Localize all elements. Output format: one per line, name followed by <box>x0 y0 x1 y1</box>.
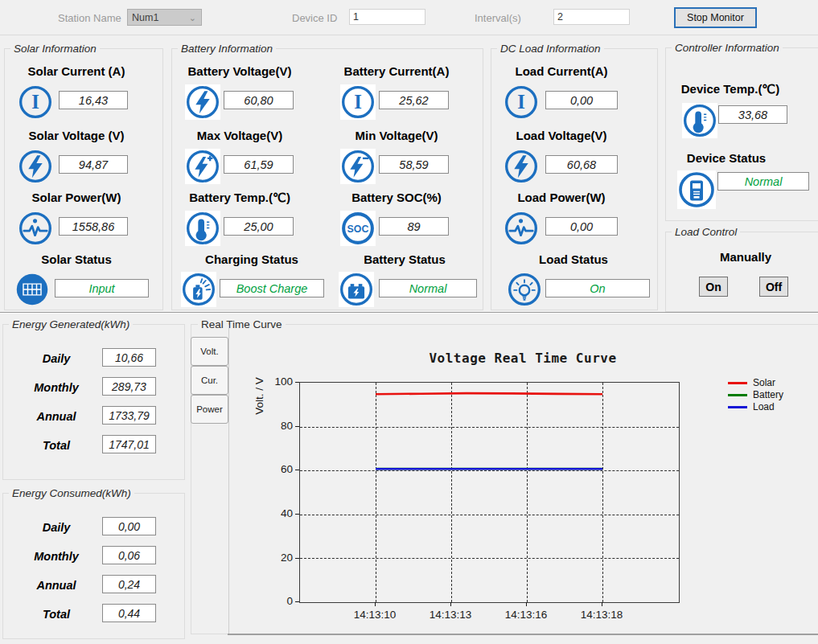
station-name-label: Station Name <box>58 12 121 24</box>
tab-volt[interactable]: Volt. <box>191 337 228 366</box>
energy-consumed-monthly-label: Monthly <box>20 550 92 563</box>
min-voltage-label: Min Voltage(V) <box>332 129 461 142</box>
battery-charging-icon <box>181 272 216 307</box>
thermometer-icon <box>682 103 717 138</box>
thermometer-icon <box>185 211 220 246</box>
power-icon <box>504 211 539 246</box>
interval-input[interactable] <box>553 9 630 25</box>
solar-current-label: Solar Current (A) <box>10 64 142 78</box>
device-id-input[interactable] <box>349 9 425 25</box>
energy-consumed-title: Energy Consumed(kWh) <box>9 487 134 499</box>
device-status-label: Device Status <box>674 151 779 165</box>
energy-generated-daily-label: Daily <box>20 352 92 365</box>
controller-device-icon <box>677 170 716 209</box>
solar-monitor-window: Station Name Num1 ⌄ Device ID Interval(s… <box>0 0 818 644</box>
power-icon <box>18 211 53 246</box>
soc-icon <box>340 211 376 246</box>
current-icon <box>340 84 376 120</box>
min-voltage-value: 58,59 <box>379 155 449 174</box>
energy-consumed-total-value: 0,44 <box>102 604 156 622</box>
max-voltage-value: 61,59 <box>224 155 294 174</box>
voltage-icon <box>504 149 539 184</box>
charging-status-label: Charging Status <box>171 252 332 266</box>
x-tick-label: 14:13:13 <box>422 609 479 621</box>
device-temp-label: Device Temp.(℃) <box>674 82 787 96</box>
device-id-label: Device ID <box>292 12 337 24</box>
dc-load-information-title: DC Load Information <box>497 43 604 55</box>
y-tick-label: 0 <box>265 595 293 607</box>
current-icon <box>18 84 53 120</box>
battery-temp-value: 25,00 <box>224 217 294 236</box>
y-tick-label: 60 <box>265 463 293 475</box>
energy-generated-total-value: 1747,01 <box>102 435 156 453</box>
load-control-mode-label: Manually <box>693 250 798 264</box>
battery-icon <box>339 272 374 307</box>
battery-soc-label: Battery SOC(%) <box>332 191 461 204</box>
energy-generated-daily-value: 10,66 <box>102 348 156 367</box>
controller-information-title: Controller Information <box>672 42 783 54</box>
tabstrip-divider <box>228 325 229 634</box>
device-temp-value: 33,68 <box>718 105 787 124</box>
voltage-minus-icon <box>340 149 376 184</box>
battery-voltage-label: Battery Voltage(V) <box>175 64 304 78</box>
solar-power-label: Solar Power(W) <box>10 191 142 204</box>
energy-generated-monthly-value: 289,73 <box>102 377 156 396</box>
load-status-label: Load Status <box>497 252 650 266</box>
solar-panel-icon <box>14 272 50 307</box>
battery-voltage-value: 60,80 <box>224 91 294 109</box>
x-tick-mark <box>375 602 376 606</box>
device-status-value: Normal <box>717 172 809 191</box>
load-control-panel <box>665 232 818 312</box>
solar-line-swatch <box>728 382 747 384</box>
load-current-value: 0,00 <box>545 91 618 109</box>
solar-voltage-value: 94,87 <box>59 155 128 174</box>
solar-power-value: 1558,86 <box>59 217 128 236</box>
chevron-down-icon: ⌄ <box>189 10 196 26</box>
energy-generated-annual-value: 1733,79 <box>102 406 156 425</box>
y-tick-label: 20 <box>265 552 293 564</box>
load-on-button[interactable]: On <box>699 277 728 297</box>
x-tick-label: 14:13:18 <box>573 609 630 621</box>
energy-generated-total-label: Total <box>20 439 92 452</box>
battery-current-label: Battery Current(A) <box>332 64 461 78</box>
x-tick-mark <box>526 602 527 606</box>
battery-status-label: Battery Status <box>332 252 477 266</box>
battery-current-value: 25,62 <box>379 91 449 109</box>
load-status-value: On <box>545 279 650 297</box>
chart-title: Voltage Real Time Curve <box>370 351 676 366</box>
y-tick-label: 80 <box>265 420 293 432</box>
legend-label: Battery <box>753 389 783 400</box>
max-voltage-label: Max Voltage(V) <box>175 129 304 142</box>
energy-consumed-daily-label: Daily <box>20 521 92 534</box>
plot-area <box>299 382 680 603</box>
stop-monitor-button[interactable]: Stop Monitor <box>674 7 757 28</box>
tab-cur[interactable]: Cur. <box>191 366 228 395</box>
load-power-label: Load Power(W) <box>497 191 626 204</box>
load-voltage-value: 60,68 <box>545 155 618 174</box>
station-name-select[interactable]: Num1 ⌄ <box>127 9 202 26</box>
real-time-curve-title: Real Time Curve <box>198 318 286 330</box>
legend-label: Solar <box>753 377 775 388</box>
toolbar-divider <box>0 35 818 35</box>
energy-consumed-annual-label: Annual <box>20 579 92 592</box>
horizontal-divider-highlight <box>0 313 818 314</box>
station-name-value: Num1 <box>132 12 158 23</box>
solar-status-value: Input <box>55 279 149 297</box>
y-tick-label: 40 <box>265 507 293 519</box>
load-control-title: Load Control <box>672 226 740 238</box>
load-line-swatch <box>728 406 747 408</box>
panel-bottom-edge <box>228 634 818 635</box>
legend-item-solar: Solar <box>728 377 775 388</box>
load-off-button[interactable]: Off <box>759 277 788 297</box>
charging-status-value: Boost Charge <box>220 279 324 297</box>
series-lines <box>300 383 679 602</box>
y-tick-label: 100 <box>265 375 293 388</box>
x-tick-mark <box>602 602 602 606</box>
energy-consumed-monthly-value: 0,06 <box>102 546 156 564</box>
legend-item-battery: Battery <box>728 389 783 400</box>
battery-temp-label: Battery Temp.(℃) <box>175 191 304 205</box>
tab-power[interactable]: Power <box>191 395 228 424</box>
battery-status-value: Normal <box>379 279 477 297</box>
energy-consumed-daily-value: 0,00 <box>102 517 156 535</box>
energy-generated-title: Energy Generated(kWh) <box>9 318 133 330</box>
